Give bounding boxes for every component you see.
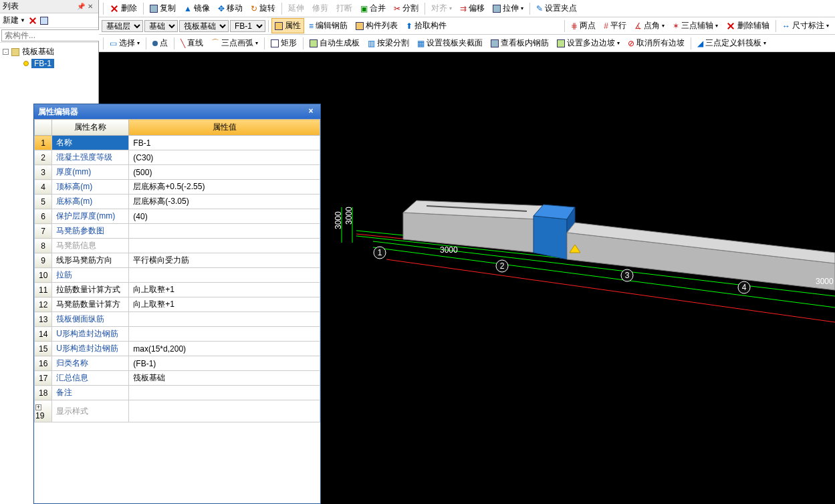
point-button[interactable]: 点 bbox=[149, 35, 171, 51]
cancel-slope-button[interactable]: ⊘取消所有边坡 bbox=[624, 35, 688, 51]
rect-button[interactable]: 矩形 bbox=[267, 35, 300, 51]
row-number: 10 bbox=[35, 268, 52, 283]
property-editor-panel[interactable]: 属性编辑器 × 属性名称 属性值 1名称FB-12混凝土强度等级(C30)3厚度… bbox=[33, 104, 321, 504]
expander-icon[interactable]: - bbox=[3, 49, 9, 55]
table-row[interactable]: 6保护层厚度(mm)(40) bbox=[35, 209, 320, 224]
delete-aux-button[interactable]: 删除辅轴 bbox=[723, 18, 773, 33]
property-value[interactable]: 向上取整+1 bbox=[129, 297, 320, 312]
table-row[interactable]: 5底标高(m)层底标高(-3.05) bbox=[35, 195, 320, 209]
category-combo[interactable]: 基础 bbox=[144, 20, 178, 32]
copy-icon[interactable] bbox=[40, 17, 48, 25]
split-beam-button[interactable]: ▥按梁分割 bbox=[364, 35, 412, 51]
property-value[interactable] bbox=[129, 312, 320, 327]
two-point-button[interactable]: ⋕两点 bbox=[568, 18, 599, 33]
arc-button[interactable]: ⌒三点画弧▾ bbox=[208, 35, 261, 51]
properties-button[interactable]: 属性 bbox=[271, 18, 304, 33]
row-number: 8 bbox=[35, 239, 52, 253]
table-row[interactable]: 17汇总信息筏板基础 bbox=[35, 371, 320, 386]
table-row[interactable]: 15U形构造封边钢筋max(15*d,200) bbox=[35, 342, 320, 356]
property-value[interactable] bbox=[129, 400, 320, 422]
name-combo[interactable]: FB-1 bbox=[230, 20, 265, 32]
select-button[interactable]: ▭选择▾ bbox=[106, 35, 143, 51]
property-value[interactable]: 平行横向受力筋 bbox=[129, 253, 320, 268]
split-button[interactable]: ✂分割 bbox=[390, 1, 422, 16]
table-row[interactable]: 1名称FB-1 bbox=[35, 136, 320, 150]
table-row[interactable]: 4顶标高(m)层底标高+0.5(-2.55) bbox=[35, 180, 320, 195]
copy-button[interactable]: 复制 bbox=[146, 1, 179, 16]
plate-icon bbox=[310, 39, 318, 47]
pick-component-button[interactable]: ⬆拾取构件 bbox=[402, 18, 450, 33]
auto-plate-button[interactable]: 自动生成板 bbox=[306, 35, 363, 51]
three-point-slope-button[interactable]: ◢三点定义斜筏板▾ bbox=[694, 35, 769, 51]
property-value[interactable]: (40) bbox=[129, 209, 320, 224]
property-value[interactable] bbox=[129, 268, 320, 283]
property-value[interactable] bbox=[129, 239, 320, 253]
property-value[interactable]: (FB-1) bbox=[129, 356, 320, 371]
property-name: 顶标高(m) bbox=[52, 180, 129, 195]
table-row[interactable]: 10拉筋 bbox=[35, 268, 320, 283]
table-row[interactable]: 18备注 bbox=[35, 386, 320, 400]
parallel-button[interactable]: #平行 bbox=[600, 18, 630, 33]
close-icon[interactable]: × bbox=[306, 106, 316, 117]
multi-slope-button[interactable]: 设置多边边坡▾ bbox=[554, 35, 623, 51]
line-button[interactable]: ╲直线 bbox=[177, 35, 207, 51]
three-point-aux-button[interactable]: ✶三点辅轴▾ bbox=[669, 18, 721, 33]
property-value[interactable]: max(15*d,200) bbox=[129, 342, 320, 356]
property-value[interactable]: 筏板基础 bbox=[129, 371, 320, 386]
offset-button[interactable]: ⇉偏移 bbox=[457, 1, 488, 16]
property-name: 马凳筋参数图 bbox=[52, 224, 129, 239]
angle-button[interactable]: ∡点角▾ bbox=[631, 18, 668, 33]
tree-root-item[interactable]: - 筏板基础 bbox=[3, 45, 96, 58]
layer-combo[interactable]: 基础层 bbox=[102, 20, 143, 32]
pane-title: 列表 bbox=[3, 1, 19, 12]
property-value[interactable] bbox=[129, 327, 320, 342]
type-combo[interactable]: 筏板基础 bbox=[179, 20, 229, 32]
set-clip-button[interactable]: ✎设置夹点 bbox=[533, 1, 580, 16]
property-value[interactable] bbox=[129, 224, 320, 239]
merge-button[interactable]: ▣合并 bbox=[357, 1, 389, 16]
dim-right: 3000 bbox=[816, 277, 834, 286]
component-list-button[interactable]: 构件列表 bbox=[352, 18, 401, 33]
table-row[interactable]: 9线形马凳筋方向平行横向受力筋 bbox=[35, 253, 320, 268]
table-row[interactable]: 8马凳筋信息 bbox=[35, 239, 320, 253]
table-row[interactable]: +19显示样式 bbox=[35, 400, 320, 422]
row-number: 5 bbox=[35, 195, 52, 209]
table-row[interactable]: 3厚度(mm)(500) bbox=[35, 165, 320, 180]
expander-icon[interactable]: + bbox=[35, 404, 41, 410]
move-button[interactable]: ✥移动 bbox=[215, 1, 246, 16]
close-icon[interactable]: ✕ bbox=[88, 3, 96, 11]
table-row[interactable]: 14U形构造封边钢筋 bbox=[35, 327, 320, 342]
rotate-button[interactable]: ↻旋转 bbox=[247, 1, 279, 16]
table-row[interactable]: 2混凝土强度等级(C30) bbox=[35, 150, 320, 165]
stretch-button[interactable]: 拉伸▾ bbox=[489, 1, 527, 16]
search-input[interactable] bbox=[1, 29, 108, 41]
value-col-header[interactable]: 属性值 bbox=[129, 120, 320, 136]
delete-button[interactable]: 删除 bbox=[106, 1, 140, 16]
name-col-header[interactable]: 属性名称 bbox=[52, 120, 129, 136]
property-name: 马凳筋信息 bbox=[52, 239, 129, 253]
table-row[interactable]: 12马凳筋数量计算方向上取整+1 bbox=[35, 297, 320, 312]
rect-icon bbox=[271, 39, 279, 47]
table-row[interactable]: 16归类名称(FB-1) bbox=[35, 356, 320, 371]
tree-child-item[interactable]: FB-1 bbox=[3, 58, 96, 69]
new-button[interactable]: 新建 ▼ bbox=[3, 15, 25, 26]
property-value[interactable]: 向上取整+1 bbox=[129, 283, 320, 297]
property-value[interactable] bbox=[129, 386, 320, 400]
dimension-button[interactable]: ↔尺寸标注▾ bbox=[779, 18, 832, 33]
property-value[interactable]: 层底标高(-3.05) bbox=[129, 195, 320, 209]
property-editor-title-bar[interactable]: 属性编辑器 × bbox=[34, 104, 320, 119]
property-value[interactable]: 层底标高+0.5(-2.55) bbox=[129, 180, 320, 195]
dim-horizontal: 3000 bbox=[440, 245, 458, 255]
table-row[interactable]: 11拉筋数量计算方式向上取整+1 bbox=[35, 283, 320, 297]
property-value[interactable]: (500) bbox=[129, 165, 320, 180]
mirror-button[interactable]: ▲镜像 bbox=[181, 1, 213, 16]
pin-icon[interactable]: 📌 bbox=[77, 3, 85, 11]
table-row[interactable]: 7马凳筋参数图 bbox=[35, 224, 320, 239]
property-value[interactable]: (C30) bbox=[129, 150, 320, 165]
delete-icon[interactable] bbox=[28, 16, 37, 25]
edit-rebar-button[interactable]: ≡编辑钢筋 bbox=[306, 18, 351, 33]
clip-section-button[interactable]: ▦设置筏板夹截面 bbox=[414, 35, 486, 51]
view-rebar-button[interactable]: 查看板内钢筋 bbox=[487, 35, 552, 51]
table-row[interactable]: 13筏板侧面纵筋 bbox=[35, 312, 320, 327]
property-value[interactable]: FB-1 bbox=[129, 136, 320, 150]
